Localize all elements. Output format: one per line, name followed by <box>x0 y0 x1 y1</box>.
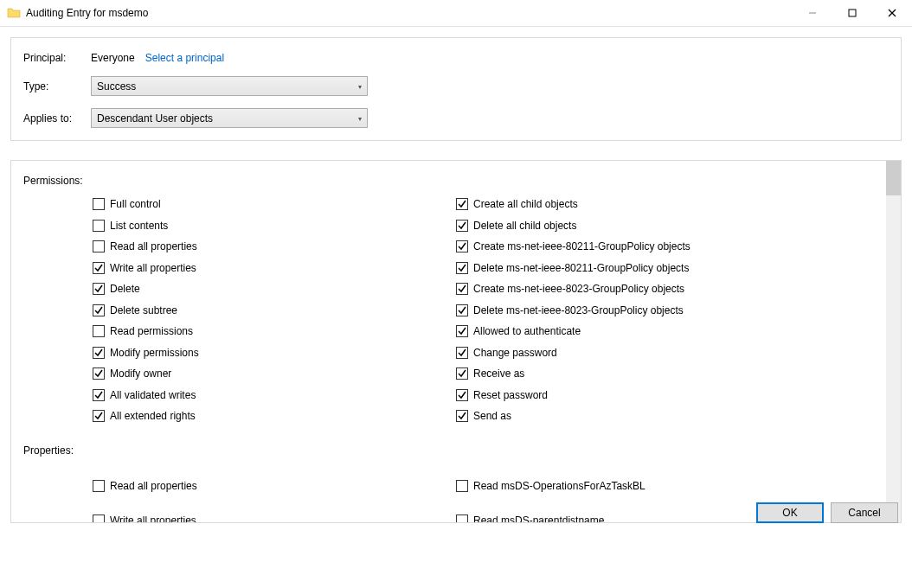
checkbox-label: Delete all child objects <box>473 220 576 232</box>
checkbox-label: Read permissions <box>110 325 193 337</box>
type-dropdown-value: Success <box>97 80 136 93</box>
checkbox-row: Create ms-net-ieee-8023-GroupPolicy obje… <box>456 278 819 300</box>
checkbox-label: Read all properties <box>110 240 197 252</box>
checkbox-label: Delete subtree <box>110 304 177 316</box>
checkbox[interactable] <box>93 347 105 359</box>
principal-panel: Principal: Everyone Select a principal T… <box>10 37 902 141</box>
minimize-button[interactable] <box>793 0 832 26</box>
principal-label: Principal: <box>23 52 91 64</box>
checkbox-row: Change password <box>456 342 819 364</box>
checkbox-row: Delete ms-net-ieee-80211-GroupPolicy obj… <box>456 258 819 279</box>
checkbox[interactable] <box>456 480 468 492</box>
cancel-button[interactable]: Cancel <box>831 502 898 523</box>
checkbox-row: Reset password <box>456 385 819 406</box>
checkbox[interactable] <box>93 368 105 380</box>
checkbox[interactable] <box>93 514 105 524</box>
checkbox-label: Delete ms-net-ieee-8023-GroupPolicy obje… <box>473 304 684 316</box>
scroll-thumb[interactable] <box>886 161 901 195</box>
checkbox[interactable] <box>93 283 105 295</box>
checkbox-row: Full control <box>93 194 456 215</box>
checkbox[interactable] <box>456 514 468 524</box>
checkbox-row: Modify permissions <box>93 342 456 364</box>
checkbox-row: List contents <box>93 215 456 237</box>
checkbox-row: Read all properties <box>93 236 456 258</box>
checkbox[interactable] <box>93 220 105 232</box>
checkbox[interactable] <box>93 198 105 210</box>
checkbox-label: Full control <box>110 198 161 210</box>
checkbox-label: Reset password <box>473 389 548 401</box>
checkbox[interactable] <box>93 262 105 274</box>
applies-label: Applies to: <box>23 112 91 125</box>
chevron-down-icon: ▾ <box>358 82 362 90</box>
checkbox[interactable] <box>456 240 468 252</box>
titlebar: Auditing Entry for msdemo <box>0 0 912 27</box>
checkbox-row: Write all properties <box>93 503 456 524</box>
checkbox[interactable] <box>93 480 105 492</box>
checkbox-label: List contents <box>110 220 168 232</box>
checkbox[interactable] <box>456 283 468 295</box>
checkbox-row: Delete <box>93 278 456 300</box>
checkbox-label: Delete <box>110 283 140 295</box>
checkbox-label: Change password <box>473 347 557 359</box>
checkbox[interactable] <box>93 325 105 337</box>
checkbox-label: Receive as <box>473 368 524 380</box>
checkbox-label: Read all properties <box>110 480 197 492</box>
checkbox[interactable] <box>456 410 468 422</box>
scrollbar[interactable] <box>886 161 901 522</box>
checkbox[interactable] <box>93 389 105 401</box>
checkbox-row: All validated writes <box>93 385 456 406</box>
checkbox-row: Modify owner <box>93 363 456 385</box>
checkbox[interactable] <box>93 240 105 252</box>
checkbox-label: Send as <box>473 410 511 422</box>
checkbox[interactable] <box>456 368 468 380</box>
chevron-down-icon: ▾ <box>358 114 362 122</box>
svg-rect-1 <box>849 10 856 16</box>
checkbox[interactable] <box>456 325 468 337</box>
maximize-button[interactable] <box>832 0 872 26</box>
checkbox-label: Modify permissions <box>110 347 199 359</box>
checkbox[interactable] <box>93 410 105 422</box>
type-label: Type: <box>23 80 91 93</box>
properties-section-label: Properties: <box>23 444 889 457</box>
checkbox-row: Read all properties <box>93 469 456 503</box>
checkbox[interactable] <box>456 389 468 401</box>
folder-icon <box>7 6 21 20</box>
checkbox-row: Create all child objects <box>456 194 819 215</box>
checkbox-label: Create ms-net-ieee-8023-GroupPolicy obje… <box>473 283 684 295</box>
close-button[interactable] <box>872 0 912 26</box>
principal-value: Everyone <box>91 52 135 64</box>
checkbox-label: Read msDS-parentdistname <box>473 514 604 524</box>
checkbox[interactable] <box>93 304 105 316</box>
checkbox-row: Delete subtree <box>93 300 456 322</box>
checkbox-label: Allowed to authenticate <box>473 325 581 337</box>
checkbox[interactable] <box>456 304 468 316</box>
permissions-section-label: Permissions: <box>23 175 889 187</box>
checkbox-row: Write all properties <box>93 258 456 279</box>
checkbox-row: Create ms-net-ieee-80211-GroupPolicy obj… <box>456 236 819 258</box>
select-principal-link[interactable]: Select a principal <box>145 52 224 64</box>
checkbox[interactable] <box>456 198 468 210</box>
permissions-panel: Permissions: Full controlList contentsRe… <box>10 160 902 523</box>
checkbox-row: Send as <box>456 406 819 427</box>
checkbox-row: Read msDS-OperationsForAzTaskBL <box>456 469 819 503</box>
ok-button[interactable]: OK <box>756 502 824 523</box>
checkbox-label: Create ms-net-ieee-80211-GroupPolicy obj… <box>473 240 690 252</box>
type-dropdown[interactable]: Success ▾ <box>91 76 368 96</box>
applies-dropdown[interactable]: Descendant User objects ▾ <box>91 108 368 128</box>
checkbox-row: All extended rights <box>93 406 456 427</box>
checkbox-label: Delete ms-net-ieee-80211-GroupPolicy obj… <box>473 262 689 274</box>
checkbox-label: Read msDS-OperationsForAzTaskBL <box>473 480 645 492</box>
checkbox-label: Create all child objects <box>473 198 578 210</box>
checkbox-row: Read permissions <box>93 321 456 342</box>
checkbox[interactable] <box>456 220 468 232</box>
checkbox-row: Delete all child objects <box>456 215 819 237</box>
applies-dropdown-value: Descendant User objects <box>97 112 213 125</box>
checkbox-label: All extended rights <box>110 410 196 422</box>
checkbox-label: Write all properties <box>110 262 196 274</box>
checkbox[interactable] <box>456 262 468 274</box>
window-title: Auditing Entry for msdemo <box>26 7 148 19</box>
checkbox-row: Allowed to authenticate <box>456 321 819 342</box>
checkbox-label: All validated writes <box>110 389 196 401</box>
checkbox-label: Modify owner <box>110 368 171 380</box>
checkbox[interactable] <box>456 347 468 359</box>
